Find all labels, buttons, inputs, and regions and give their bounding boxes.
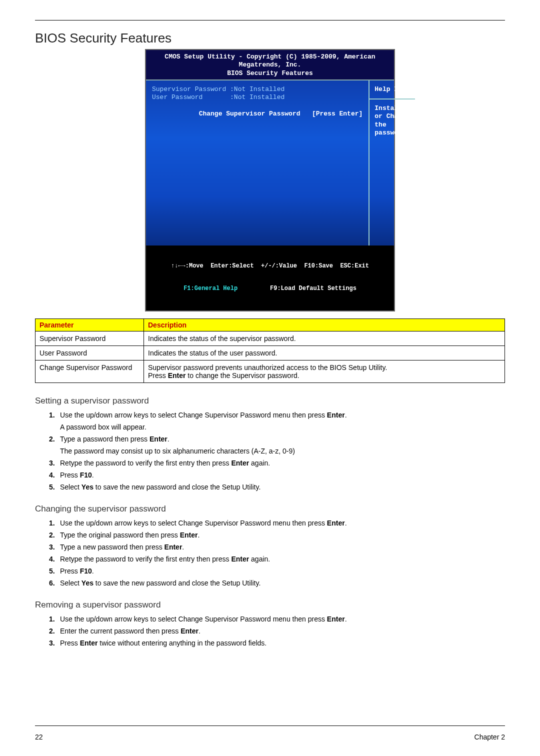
bios-help-body: Install or Change the password. bbox=[370, 100, 414, 142]
bottom-rule bbox=[35, 726, 505, 726]
subhead-removing: Removing a supervisor password bbox=[35, 600, 505, 610]
bios-row-change-supervisor: Change Supervisor Password [Press Enter] bbox=[152, 102, 362, 126]
list-item: 1. Use the up/down arrow keys to select … bbox=[49, 519, 505, 527]
list-item: 1. Use the up/down arrow keys to select … bbox=[49, 411, 505, 431]
list-item: 5. Select Yes to save the new password a… bbox=[49, 483, 505, 491]
list-item: 2. Enter the current password then press… bbox=[49, 627, 505, 635]
table-row: Change Supervisor Password Supervisor pa… bbox=[36, 360, 505, 382]
col-header-description: Description bbox=[144, 318, 505, 331]
table-row: User Password Indicates the status of th… bbox=[36, 346, 505, 360]
list-item: 3. Press Enter twice without entering an… bbox=[49, 639, 505, 647]
bios-right-panel: Help Item Install or Change the password… bbox=[370, 80, 414, 246]
bios-row-user: User Password :Not Installed bbox=[152, 94, 362, 102]
bios-key-footer: ↑↓←→:Move Enter:Select +/-/:Value F10:Sa… bbox=[146, 246, 394, 310]
bios-title-bar: CMOS Setup Utility - Copyright (C) 1985-… bbox=[146, 50, 394, 80]
subhead-setting: Setting a supervisor password bbox=[35, 396, 505, 406]
page-footer: 22 Chapter 2 bbox=[35, 733, 505, 741]
list-item: 3. Type a new password then press Enter. bbox=[49, 543, 505, 551]
bios-screenshot: CMOS Setup Utility - Copyright (C) 1985-… bbox=[145, 49, 395, 312]
subhead-changing: Changing the supervisor password bbox=[35, 504, 505, 514]
bios-left-panel: Supervisor Password :Not Installed User … bbox=[146, 80, 370, 246]
bios-title-line1: CMOS Setup Utility - Copyright (C) 1985-… bbox=[148, 53, 392, 70]
list-item: 6. Select Yes to save the new password a… bbox=[49, 579, 505, 587]
table-row: Supervisor Password Indicates the status… bbox=[36, 331, 505, 346]
list-item: 2. Type a password then press Enter. The… bbox=[49, 435, 505, 455]
parameter-table: Parameter Description Supervisor Passwor… bbox=[35, 318, 505, 383]
top-rule bbox=[35, 20, 505, 20]
bios-title-line2: BIOS Security Features bbox=[148, 70, 392, 78]
bios-row-supervisor: Supervisor Password :Not Installed bbox=[152, 86, 362, 94]
bios-help-header: Help Item bbox=[370, 80, 414, 100]
list-item: 3. Retype the password to verify the fir… bbox=[49, 459, 505, 467]
col-header-parameter: Parameter bbox=[36, 318, 144, 331]
list-item: 5. Press F10. bbox=[49, 567, 505, 575]
list-item: 2. Type the original password then press… bbox=[49, 531, 505, 539]
page-number: 22 bbox=[35, 733, 43, 741]
list-item: 4. Press F10. bbox=[49, 471, 505, 479]
list-item: 4. Retype the password to verify the fir… bbox=[49, 555, 505, 563]
chapter-label: Chapter 2 bbox=[474, 733, 505, 741]
section-title: BIOS Security Features bbox=[35, 30, 505, 46]
list-item: 1. Use the up/down arrow keys to select … bbox=[49, 615, 505, 623]
